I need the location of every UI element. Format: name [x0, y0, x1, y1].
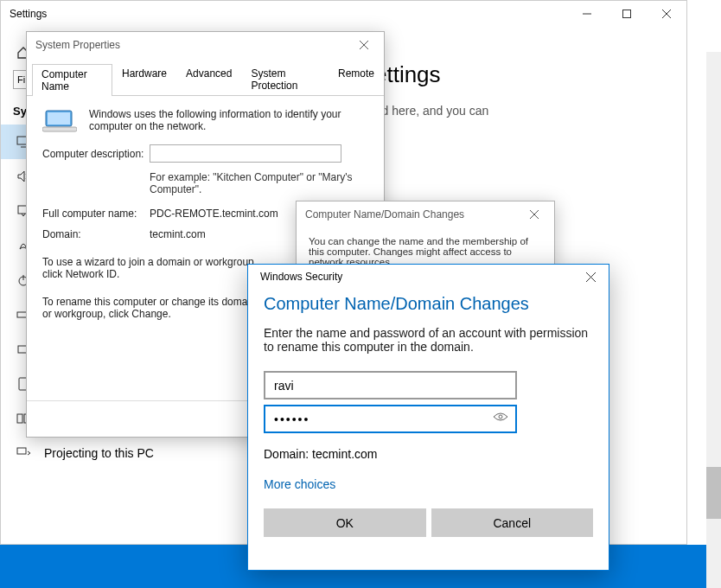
ws-title: Windows Security [260, 271, 577, 283]
sidebar-item-label: Projecting to this PC [44, 446, 154, 460]
domain-label: Domain: [42, 228, 150, 240]
ws-prompt: Enter the name and password of an accoun… [264, 326, 593, 354]
wizard-text: To use a wizard to join a domain or work… [42, 256, 267, 280]
projecting-icon [16, 446, 30, 460]
close-button[interactable] [521, 204, 547, 225]
desc-label: Computer description: [42, 148, 150, 160]
svg-rect-1 [623, 10, 631, 18]
settings-titlebar: Settings [1, 1, 686, 27]
cancel-button[interactable]: Cancel [431, 508, 594, 537]
rename-text: To rename this computer or change its do… [42, 296, 267, 320]
close-button[interactable] [351, 35, 377, 55]
computer-icon [42, 108, 77, 134]
ws-heading: Computer Name/Domain Changes [264, 294, 593, 314]
more-choices-link[interactable]: More choices [264, 477, 335, 491]
close-button[interactable] [647, 1, 686, 27]
fullname-label: Full computer name: [42, 208, 150, 220]
ws-domain-line: Domain: tecmint.com [264, 447, 593, 461]
scrollbar-thumb[interactable] [706, 467, 721, 519]
svg-rect-16 [17, 448, 26, 454]
domain-changes-dialog: Computer Name/Domain Changes You can cha… [296, 201, 555, 270]
settings-title: Settings [10, 8, 567, 20]
dc-title: Computer Name/Domain Changes [305, 208, 521, 220]
sysprops-title: System Properties [35, 39, 351, 51]
dc-titlebar: Computer Name/Domain Changes [297, 201, 554, 227]
sysprops-titlebar: System Properties [27, 32, 384, 58]
domain-value: tecmint.com [150, 228, 206, 240]
svg-rect-21 [42, 127, 77, 131]
ok-button[interactable]: OK [264, 508, 426, 537]
tab-computer-name[interactable]: Computer Name [32, 64, 112, 96]
intro-text: Windows uses the following information t… [89, 108, 368, 132]
reveal-password-icon[interactable] [493, 412, 508, 422]
description-input[interactable] [150, 144, 341, 163]
fullname-value: PDC-REMOTE.tecmint.com [150, 208, 278, 220]
windows-security-dialog: Windows Security Computer Name/Domain Ch… [247, 264, 609, 571]
scrollbar[interactable] [706, 52, 721, 588]
svg-rect-14 [17, 414, 22, 423]
close-button[interactable] [577, 266, 603, 287]
sidebar-item-projecting[interactable]: Projecting to this PC [1, 436, 208, 470]
sysprops-tabs: Computer Name Hardware Advanced System P… [27, 63, 384, 96]
username-input[interactable] [264, 371, 517, 399]
ws-titlebar: Windows Security [248, 265, 609, 289]
svg-rect-20 [48, 112, 70, 125]
maximize-button[interactable] [607, 1, 647, 27]
tab-hardware[interactable]: Hardware [112, 63, 176, 95]
svg-point-26 [499, 415, 502, 419]
tab-remote[interactable]: Remote [329, 63, 384, 95]
password-input[interactable] [264, 405, 517, 433]
minimize-button[interactable] [567, 1, 607, 27]
desc-example: For example: "Kitchen Computer" or "Mary… [150, 171, 357, 195]
tab-system-protection[interactable]: System Protection [241, 63, 329, 95]
tab-advanced[interactable]: Advanced [176, 63, 241, 95]
